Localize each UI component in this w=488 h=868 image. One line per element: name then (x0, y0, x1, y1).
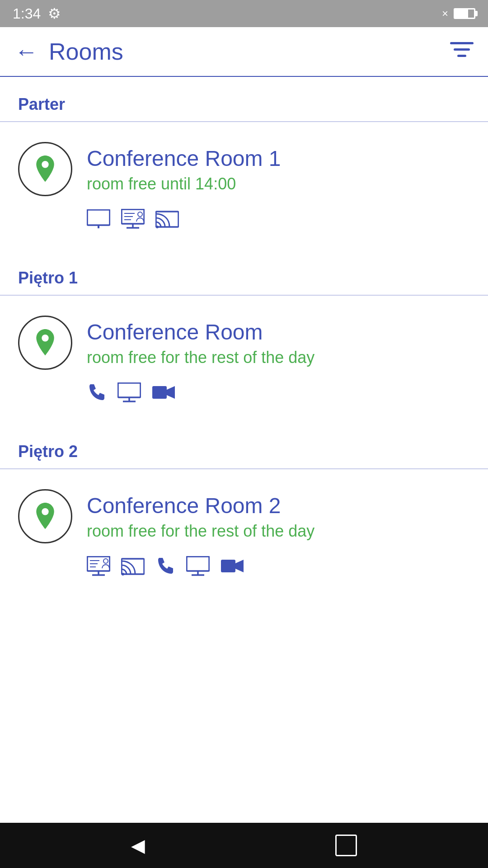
svg-rect-1 (454, 48, 470, 51)
svg-rect-33 (221, 560, 235, 572)
room-info-2: Conference Room room free for the rest o… (87, 316, 314, 367)
content: Parter Conference Room 1 room free until… (0, 77, 488, 823)
cast2-icon (121, 557, 145, 577)
page-title: Rooms (49, 38, 123, 65)
section-pietro2: Piętro 2 Conference Room 2 room free for… (0, 424, 488, 598)
svg-point-29 (122, 573, 124, 576)
room-name-3: Conference Room 2 (87, 493, 314, 519)
battery-icon (454, 8, 475, 19)
back-button[interactable]: ← (14, 40, 38, 63)
cast-icon (155, 209, 179, 230)
section-pietro1: Piętro 1 Conference Room room free for t… (0, 250, 488, 424)
phone-icon (87, 382, 107, 404)
room-main-3: Conference Room 2 room free for the rest… (18, 489, 470, 543)
nav-back-button[interactable]: ◀ (131, 835, 145, 856)
svg-point-14 (156, 226, 159, 228)
section-header-parter: Parter (0, 77, 488, 121)
room-avatar-3 (18, 489, 72, 543)
room-info-1: Conference Room 1 room free until 14:00 (87, 142, 281, 193)
monitor-icon (117, 382, 141, 404)
section-parter: Parter Conference Room 1 room free until… (0, 77, 488, 250)
svg-point-3 (42, 161, 48, 168)
svg-rect-0 (450, 42, 474, 44)
svg-rect-30 (187, 557, 209, 571)
room-avatar-2 (18, 316, 72, 370)
svg-point-12 (138, 212, 142, 217)
svg-rect-2 (457, 55, 466, 57)
video-icon (152, 384, 175, 403)
section-header-pietro2: Piętro 2 (0, 424, 488, 468)
room-icons-1 (87, 209, 470, 231)
svg-rect-16 (118, 383, 141, 397)
filter-button[interactable] (450, 40, 474, 63)
nav-home-button[interactable] (335, 835, 357, 856)
monitor2-icon (186, 556, 210, 578)
room-status-2: room free for the rest of the day (87, 348, 314, 367)
room-icons-3 (87, 556, 470, 578)
room-status-3: room free for the rest of the day (87, 522, 314, 541)
desktop-icon (121, 209, 145, 231)
desktop2-icon (87, 556, 110, 578)
svg-point-15 (42, 335, 48, 341)
room-info-3: Conference Room 2 room free for the rest… (87, 489, 314, 541)
app-bar-left: ← Rooms (14, 38, 123, 65)
status-time: 1:34 (13, 5, 41, 22)
room-name-1: Conference Room 1 (87, 146, 281, 172)
app-bar: ← Rooms (0, 27, 488, 77)
room-item-conference-room[interactable]: Conference Room room free for the rest o… (0, 296, 488, 424)
svg-rect-19 (152, 386, 167, 399)
close-icon: × (442, 7, 448, 20)
status-bar: 1:34 ⚙ × (0, 0, 488, 27)
status-left: 1:34 ⚙ (13, 5, 61, 22)
gear-icon: ⚙ (48, 5, 61, 22)
svg-point-20 (42, 508, 48, 515)
room-main-1: Conference Room 1 room free until 14:00 (18, 142, 470, 196)
status-right: × (442, 7, 475, 20)
whiteboard-icon (87, 209, 110, 230)
bottom-nav: ◀ (0, 823, 488, 868)
phone2-icon (155, 556, 175, 578)
svg-rect-4 (87, 210, 110, 225)
room-item-conference-room-1[interactable]: Conference Room 1 room free until 14:00 (0, 122, 488, 250)
video2-icon (221, 557, 244, 576)
room-avatar-1 (18, 142, 72, 196)
room-item-conference-room-2[interactable]: Conference Room 2 room free for the rest… (0, 469, 488, 598)
svg-rect-5 (98, 225, 99, 228)
svg-point-27 (103, 559, 108, 563)
room-name-2: Conference Room (87, 319, 314, 345)
room-main-2: Conference Room room free for the rest o… (18, 316, 470, 370)
section-header-pietro1: Piętro 1 (0, 250, 488, 295)
room-status-1: room free until 14:00 (87, 175, 281, 193)
room-icons-2 (87, 382, 470, 404)
